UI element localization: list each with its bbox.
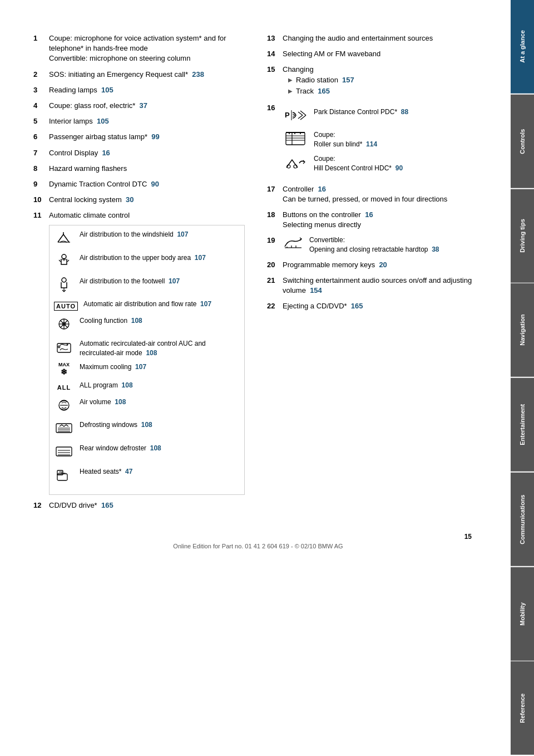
list-item: 4 Coupe: glass roof, electric* 37 (33, 101, 245, 111)
page-link[interactable]: 30 (126, 195, 134, 204)
page-link[interactable]: 238 (192, 70, 204, 78)
recirculate-icon (54, 339, 74, 358)
page-link[interactable]: 105 (101, 86, 113, 94)
item-number: 20 (267, 260, 283, 270)
page-link[interactable]: 107 (169, 277, 180, 285)
sidebar-tab-reference[interactable]: Reference (511, 661, 534, 755)
page-link[interactable]: 107 (177, 230, 188, 238)
list-item: 7 Control Display 16 (33, 148, 245, 158)
page-link[interactable]: 90 (395, 164, 403, 172)
page-footer-area: 15 Online Edition for Part no. 01 41 2 6… (33, 533, 483, 549)
sub-item-text: Rear window defroster 108 (80, 444, 240, 453)
item-number: 1 (33, 33, 49, 64)
item-content: CD/DVD drive* 165 (49, 500, 245, 510)
page-link[interactable]: 108 (115, 398, 126, 406)
item16-text: Coupe:Roller sun blind* 114 (314, 130, 377, 149)
page-link[interactable]: 20 (379, 261, 387, 269)
page-link[interactable]: 107 (135, 363, 146, 371)
page-link[interactable]: 47 (125, 468, 132, 475)
item-content: Interior lamps 105 (49, 116, 245, 126)
sidebar-tab-mobility[interactable]: Mobility (511, 567, 534, 661)
page-link[interactable]: 108 (150, 444, 161, 452)
pdc-icon: P (283, 107, 308, 126)
sidebar-tab-navigation[interactable]: Navigation (511, 283, 534, 377)
sub-item-text: Automatic air distribution and flow rate… (83, 300, 240, 309)
sub-item: MAX❄ Maximum cooling 107 (54, 362, 240, 376)
sidebar-tab-at-a-glance[interactable]: At a glance (511, 0, 534, 94)
sub-item-text: Maximum cooling 107 (80, 362, 240, 372)
page-link[interactable]: 108 (131, 317, 142, 325)
page-link[interactable]: 105 (97, 117, 109, 125)
sub-item-text: Air volume 108 (80, 397, 240, 407)
air-volume-icon (54, 397, 74, 416)
page-link[interactable]: 108 (141, 421, 152, 429)
air-windshield-icon (54, 230, 74, 249)
sidebar-tab-entertainment[interactable]: Entertainment (511, 378, 534, 472)
page-link[interactable]: 16 (318, 185, 326, 193)
page-link[interactable]: 108 (122, 381, 133, 389)
page-link[interactable]: 107 (195, 254, 206, 262)
list-item: 9 Dynamic Traction Control DTC 90 (33, 179, 245, 189)
page-link[interactable]: 165 (351, 302, 363, 310)
svg-line-4 (67, 260, 69, 262)
left-column: 1 Coupe: microphone for voice activation… (33, 33, 245, 516)
page-link[interactable]: 165 (101, 501, 113, 509)
page-link[interactable]: 108 (146, 349, 157, 357)
sidebar-tab-controls[interactable]: Controls (511, 95, 534, 188)
sub-item: Cooling function 108 (54, 316, 240, 335)
page-link[interactable]: 165 (318, 87, 330, 95)
sub-item-text: Air distribution to the windshield 107 (80, 230, 240, 239)
item-content: SOS: initiating an Emergency Request cal… (49, 70, 245, 80)
page-container: 1 Coupe: microphone for voice activation… (0, 0, 534, 756)
page-link[interactable]: 107 (200, 300, 211, 308)
air-upper-icon (54, 253, 74, 272)
item-number: 6 (33, 132, 49, 142)
item-content: Coupe: microphone for voice activation s… (49, 33, 245, 64)
item16-text: Park Distance Control PDC* 88 (314, 107, 408, 117)
sub-item-text: Automatic recirculated-air control AUC a… (80, 339, 240, 358)
item16-text: Coupe:Hill Descent Control HDC* 90 (314, 154, 403, 173)
page-number: 15 (33, 533, 483, 541)
sub-item: Automatic recirculated-air control AUC a… (54, 339, 240, 358)
sub-item-text: Cooling function 108 (80, 316, 240, 326)
right-column: 13 Changing the audio and entertainment … (267, 33, 483, 516)
roller-blind-icon (283, 130, 308, 150)
sub-item-text: Defrosting windows 108 (80, 420, 240, 430)
max-icon: MAX❄ (54, 362, 74, 376)
page-link[interactable]: 16 (102, 149, 110, 157)
item-number: 5 (33, 116, 49, 126)
page-link[interactable]: 154 (310, 286, 322, 294)
page-link[interactable]: 90 (151, 180, 159, 188)
sub-item-text: Heated seats* 47 (80, 467, 240, 477)
sub-item-text: Air distribution to the footwell 107 (80, 277, 240, 286)
item-content: Reading lamps 105 (49, 85, 245, 95)
sidebar-tab-communications[interactable]: Communications (511, 473, 534, 566)
page-link[interactable]: 38 (432, 246, 439, 253)
list-item: 13 Changing the audio and entertainment … (267, 33, 483, 43)
sub-item: Air distribution to the footwell 107 (54, 277, 240, 296)
page-link[interactable]: 114 (366, 140, 377, 148)
page-link[interactable]: 16 (365, 210, 373, 219)
item-number: 21 (267, 276, 283, 296)
sub-bullet: ▶ Radio station 157 (288, 75, 483, 85)
item-content: Switching entertainment audio sources on… (283, 276, 483, 296)
item-number: 18 (267, 210, 283, 230)
auto-text: AUTO (54, 302, 78, 311)
sidebar: At a glance Controls Driving tips Naviga… (511, 0, 534, 756)
item-number: 9 (33, 179, 49, 189)
item16-sub: P (283, 107, 483, 174)
page-link[interactable]: 157 (342, 76, 354, 84)
air-footwell-icon (54, 277, 74, 296)
list-item: 14 Selecting AM or FM waveband (267, 49, 483, 59)
triangle-icon: ▶ (288, 87, 293, 95)
list-item: 10 Central locking system 30 (33, 195, 245, 205)
page-link[interactable]: 88 (401, 108, 408, 116)
footer-text: Online Edition for Part no. 01 41 2 604 … (33, 543, 483, 549)
page-link[interactable]: 37 (140, 101, 147, 110)
item-content: Programmable memory keys 20 (283, 260, 483, 270)
sidebar-tab-driving-tips[interactable]: Driving tips (511, 189, 534, 283)
item-content: Automatic climate control (49, 210, 245, 495)
sub-bullet: ▶ Track 165 (288, 86, 483, 96)
page-link[interactable]: 99 (151, 132, 159, 141)
item-number: 22 (267, 301, 283, 311)
